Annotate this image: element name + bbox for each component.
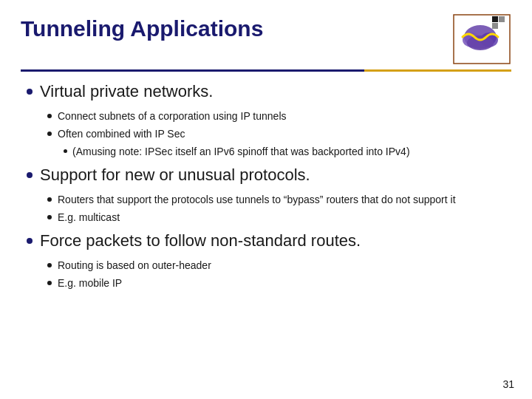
slide-content: Virtual private networks. Connect subnet… [21,82,511,291]
sub-bullet-support-1: Routers that support the protocols use t… [47,192,511,208]
bullet-dot-vpn [27,89,33,95]
main-bullet-support-text: Support for new or unusual protocols. [40,166,310,185]
sub-content-vpn: Connect subnets of a corporation using I… [47,109,511,160]
sub-bullet-force-1: Routing is based on outer-header [47,258,511,273]
sub-bullet-support-1-text: Routers that support the protocols use t… [58,192,456,208]
slide: Tunneling Applications V [0,0,532,399]
svg-rect-7 [492,23,498,29]
sub-sub-content-vpn: (Amusing note: IPSec itself an IPv6 spin… [64,144,511,160]
sub-bullet-vpn-2-text: Often combined with IP Sec [58,126,185,142]
sub-bullet-vpn-1-text: Connect subnets of a corporation using I… [58,109,287,124]
bullet-dot-force [27,238,33,244]
sub-sub-bullet-vpn-1: (Amusing note: IPSec itself an IPv6 spin… [64,144,511,160]
logo-area [452,13,511,65]
slide-title: Tunneling Applications [21,13,263,41]
sub-bullet-dot-vpn-2 [47,132,52,136]
header: Tunneling Applications [21,13,511,65]
sub-bullet-dot-force-2 [47,281,52,285]
svg-point-4 [467,35,494,50]
main-bullet-support: Support for new or unusual protocols. [27,166,511,185]
sub-bullet-vpn-1: Connect subnets of a corporation using I… [47,109,511,124]
sub-bullet-vpn-2: Often combined with IP Sec [47,126,511,142]
logo-icon [452,13,511,65]
sub-bullet-dot-support-1 [47,197,52,202]
sub-bullet-support-2-text: E.g. multicast [58,210,120,225]
sub-sub-bullet-vpn-1-text: (Amusing note: IPSec itself an IPv6 spin… [72,144,410,160]
sub-bullet-dot-force-1 [47,263,52,267]
sub-bullet-support-2: E.g. multicast [47,210,511,225]
sub-bullet-force-1-text: Routing is based on outer-header [58,258,211,273]
svg-rect-6 [499,16,505,22]
sub-sub-bullet-dot-vpn-1 [64,149,67,153]
sub-bullet-dot-support-2 [47,215,52,219]
bullet-dot-support [27,172,33,178]
sub-content-support: Routers that support the protocols use t… [47,192,511,225]
main-bullet-force-text: Force packets to follow non-standard rou… [40,231,361,250]
page-number: 31 [502,378,514,390]
main-bullet-force: Force packets to follow non-standard rou… [27,231,511,250]
svg-rect-5 [492,16,498,22]
sub-bullet-force-2: E.g. mobile IP [47,276,511,291]
sub-bullet-force-2-text: E.g. mobile IP [58,276,122,291]
sub-bullet-dot-vpn-1 [47,114,52,118]
sub-content-force: Routing is based on outer-header E.g. mo… [47,258,511,291]
title-divider [21,69,511,72]
main-bullet-vpn: Virtual private networks. [27,82,511,101]
main-bullet-vpn-text: Virtual private networks. [40,82,213,101]
